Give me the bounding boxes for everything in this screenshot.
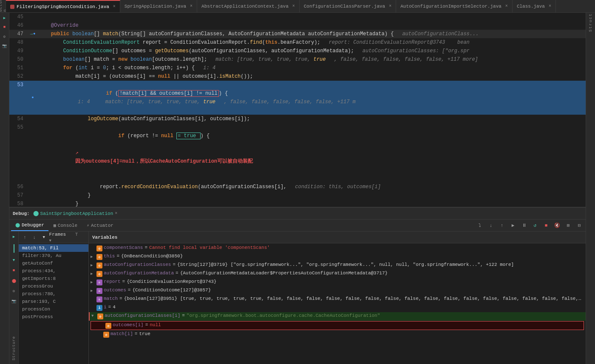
debug-toolbar: ⤵ ↓ ↑ ▶ ⏸ ↺ ■ 🔇 ⊞ ⊟ bbox=[475, 221, 584, 230]
tab-class[interactable]: Class.java × bbox=[513, 0, 556, 13]
tab-spring-application[interactable]: SpringApplication.java × bbox=[120, 0, 197, 13]
code-line-45: 45 bbox=[9, 13, 586, 21]
tab-console[interactable]: ▦ Console bbox=[49, 220, 82, 231]
restore-layout-btn[interactable]: ⊟ bbox=[575, 221, 584, 230]
code-line-56: 56 report.recordConditionEvaluation(auto… bbox=[9, 183, 586, 191]
var-auto-config-meta[interactable]: ▶ ⊘ autoConfigurationMetadata = {AutoCon… bbox=[89, 270, 586, 278]
step-out-btn[interactable]: ↑ bbox=[497, 221, 507, 230]
tab-configparser[interactable]: ConfigurationClassParser.java × bbox=[300, 0, 396, 13]
code-line-57: 57 } bbox=[9, 191, 586, 200]
tab-java-icon bbox=[10, 5, 14, 9]
tab-close-class[interactable]: × bbox=[549, 4, 551, 8]
frame-down-btn[interactable]: ↓ bbox=[30, 233, 39, 242]
tab-label-class: Class.java bbox=[517, 4, 545, 9]
frames-label: Frames bbox=[49, 232, 66, 237]
code-line-46: 46 @Override bbox=[9, 21, 586, 30]
tab-filtering[interactable]: FilteringSpringBootCondition.java × bbox=[6, 0, 120, 13]
code-line-53: 53 ● if (!match[i] && outcomes[i] != nul… bbox=[9, 81, 586, 115]
var-match-i[interactable]: ⊘ match[i] = true bbox=[89, 330, 586, 339]
camera-side-btn[interactable]: 📷 bbox=[11, 298, 17, 305]
var-component-scans[interactable]: ⊘ componentScans = Cannot find local var… bbox=[89, 244, 586, 253]
pause-btn[interactable]: ⏸ bbox=[519, 221, 529, 230]
tab-close-filtering[interactable]: × bbox=[113, 4, 116, 9]
mute-btn[interactable]: 🔇 bbox=[552, 221, 562, 230]
frame-item-6[interactable]: process:780, bbox=[19, 290, 88, 298]
tab-autoimport[interactable]: AutoConfigurationImportSelector.java × bbox=[396, 0, 513, 13]
var-i[interactable]: i i = 4 bbox=[89, 304, 586, 312]
tab-close-auto[interactable]: × bbox=[505, 4, 508, 8]
frame-item-1[interactable]: filter:370, Au bbox=[19, 252, 88, 260]
filter-btn[interactable]: ▼ bbox=[11, 257, 17, 264]
debug-content: ▶ ▼ ■ ⬤ ⚙ 📷 Structure ↑ ↓ ▼ bbox=[9, 231, 586, 364]
settings-side-btn[interactable]: ⚙ bbox=[11, 288, 17, 294]
console-tab-icon: ▦ bbox=[54, 223, 56, 228]
code-line-47: 47 → ● public boolean[] match(String[] a… bbox=[9, 30, 586, 38]
tab-abstract[interactable]: AbstractApplicationContext.java × bbox=[197, 0, 300, 13]
var-icon-report: ≡ bbox=[96, 279, 102, 285]
var-acc-i[interactable]: ▼ ⊘ autoConfigurationClasses[i] = "org.s… bbox=[89, 312, 586, 321]
frame-item-3[interactable]: process:434, bbox=[19, 267, 88, 275]
var-outcomes-i[interactable]: ⊘ outcomes[i] = null bbox=[91, 321, 584, 330]
step-over-btn[interactable]: ⤵ bbox=[475, 221, 484, 230]
tab-label-spring: SpringApplication.java bbox=[125, 4, 186, 9]
settings-icon[interactable]: ⚙ bbox=[1, 33, 8, 40]
tab-close-spring[interactable]: × bbox=[190, 4, 193, 8]
debug-dot-53: ● bbox=[31, 96, 34, 100]
code-line-48: 48 ConditionEvaluationReport report = Co… bbox=[9, 38, 586, 47]
tab-actuator[interactable]: ⚡ Actuator bbox=[82, 220, 118, 231]
red-circle-btn[interactable]: ⬤ bbox=[11, 277, 17, 284]
frame-item-2[interactable]: getAutoConf bbox=[19, 260, 88, 267]
debug-dot-47: ● bbox=[33, 32, 35, 36]
rerun-btn[interactable]: ↺ bbox=[530, 221, 540, 230]
var-icon-this: ⊘ bbox=[96, 254, 102, 260]
session-close-button[interactable]: × bbox=[115, 211, 117, 216]
var-match[interactable]: ≡ match = {boolean[127]@3951} [true, tru… bbox=[89, 295, 586, 304]
step-into-btn[interactable]: ↓ bbox=[486, 221, 496, 230]
frame-up-btn[interactable]: ↑ bbox=[20, 233, 29, 242]
variables-header: Variables bbox=[89, 231, 586, 243]
annotation-text: 因为outcomes[4]=null，所以CacheAutoConfigurat… bbox=[75, 158, 253, 164]
code-view[interactable]: 45 46 @Override 47 → ● public boolean[] … bbox=[9, 13, 586, 207]
frames-dropdown-icon[interactable]: ▼ bbox=[49, 239, 51, 243]
debug-left-icons: ▶ ▼ ■ ⬤ ⚙ 📷 Structure bbox=[9, 231, 19, 364]
frame-filter-btn[interactable]: ▼ bbox=[40, 233, 48, 242]
structure-right-icon[interactable]: Structure bbox=[587, 14, 594, 21]
var-outcomes[interactable]: ▶ ≡ outcomes = {ConditionOutcome[127]@38… bbox=[89, 287, 586, 295]
var-icon-match: ≡ bbox=[96, 296, 102, 302]
frame-item-0[interactable]: match:53, Fil bbox=[19, 244, 88, 252]
tab-label-auto: AutoConfigurationImportSelector.java bbox=[400, 4, 502, 9]
tab-close-abstract[interactable]: × bbox=[292, 4, 295, 8]
debug-session: ⬤ SaintSpringbootApplication × bbox=[33, 210, 118, 217]
project-label: structure-icon bbox=[0, 0, 6, 13]
tab-close-config[interactable]: × bbox=[389, 4, 391, 8]
stop-btn[interactable]: ■ bbox=[541, 221, 551, 230]
var-auto-config-classes[interactable]: ▶ ⊘ autoConfigurationClasses = {String[1… bbox=[89, 261, 586, 270]
resume-side-btn[interactable]: ▶ bbox=[11, 233, 17, 240]
var-icon-acc: ⊘ bbox=[96, 262, 102, 268]
frame-item-9[interactable]: postProcess bbox=[19, 313, 88, 321]
editor-area: 45 46 @Override 47 → ● public boolean[] … bbox=[9, 13, 586, 364]
tab-debugger[interactable]: ⬤ Debugger bbox=[11, 220, 48, 231]
frame-item-8[interactable]: processCon bbox=[19, 305, 88, 313]
camera-icon[interactable]: 📷 bbox=[1, 42, 8, 49]
var-this[interactable]: ▶ ⊘ this = {OnBeanCondition@3850} bbox=[89, 253, 586, 261]
debug-panel: Debug: ⬤ SaintSpringbootApplication × ⬤ … bbox=[9, 207, 586, 364]
stop-side-btn[interactable]: ■ bbox=[11, 267, 17, 274]
run-icon[interactable]: ▶ bbox=[1, 14, 8, 21]
frame-item-5[interactable]: processGrou bbox=[19, 282, 88, 290]
session-icon: ⬤ bbox=[33, 210, 39, 217]
resume-btn[interactable]: ▶ bbox=[508, 221, 518, 230]
code-line-54: 54 logOutcome(autoConfigurationClasses[i… bbox=[9, 115, 586, 123]
var-report[interactable]: ▶ ≡ report = {ConditionEvaluationReport@… bbox=[89, 278, 586, 287]
var-icon-acc-i: ⊘ bbox=[97, 313, 103, 319]
code-line-55: 55 if (report != null = true ) { ↗ 因为out… bbox=[9, 123, 586, 183]
frame-item-7[interactable]: parse:193, C bbox=[19, 298, 88, 305]
view-breakpoints-btn[interactable]: ⊞ bbox=[564, 221, 573, 230]
variables-panel: Variables ⊘ componentScans = Cannot find… bbox=[89, 231, 586, 364]
debug-tabs-bar: ⬤ Debugger ▦ Console ⚡ Actuator ⤵ ↓ ↑ ▶ … bbox=[9, 220, 586, 231]
var-icon-acm: ⊘ bbox=[96, 271, 102, 277]
stop-icon[interactable]: ■ bbox=[1, 24, 8, 31]
frames-filter-label: T bbox=[75, 232, 78, 237]
frame-item-4[interactable]: getImports:8 bbox=[19, 275, 88, 282]
var-icon-match-i: ⊘ bbox=[103, 332, 109, 338]
